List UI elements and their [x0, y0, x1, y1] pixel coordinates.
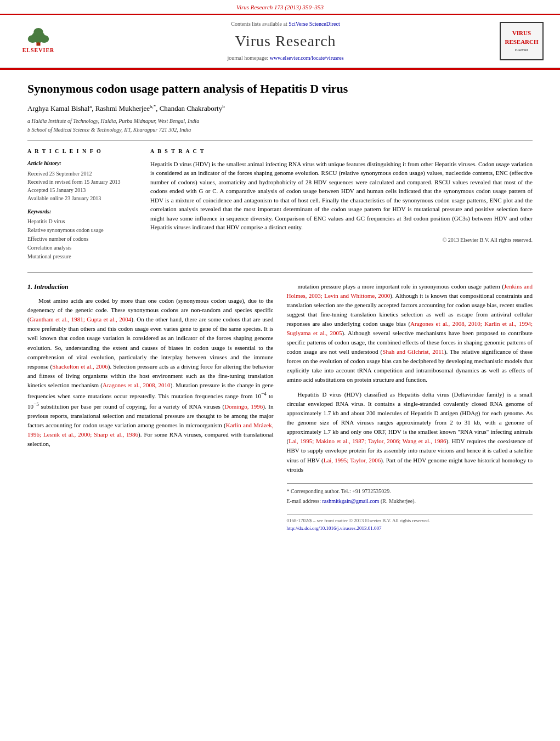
intro-para-2: mutation pressure plays a more important… — [287, 282, 533, 385]
body-col-right: mutation pressure plays a more important… — [287, 282, 533, 533]
affil-b: b School of Medical Science & Technology… — [27, 126, 533, 134]
received1: Received 23 September 2012 — [27, 169, 137, 178]
author2-name: , Rashmi Mukherjee — [92, 105, 150, 113]
elsevier-logo: ELSEVIER — [16, 27, 60, 55]
received2: Received in revised form 15 January 2013 — [27, 178, 137, 186]
svg-point-4 — [33, 28, 43, 37]
intro-para-1: Most amino acids are coded by more than … — [27, 296, 274, 449]
footnote-email: E-mail address: rashmitkgain@gmail.com (… — [287, 497, 533, 506]
article-title: Synonymous codon usage pattern analysis … — [27, 81, 533, 97]
ref-jenkins[interactable]: Jenkins and Holmes, 2003; Levin and Whit… — [287, 283, 533, 299]
journal-homepage: journal homepage: www.elsevier.com/locat… — [71, 54, 500, 62]
available-online: Available online 23 January 2013 — [27, 194, 137, 202]
sciverse-link[interactable]: SciVerse ScienceDirect — [289, 21, 340, 27]
body-col-left: 1. Introduction Most amino acids are cod… — [27, 282, 274, 533]
email-link[interactable]: rashmitkgain@gmail.com — [322, 498, 379, 504]
abstract-text: Hepatitis D virus (HDV) is the smallest … — [150, 160, 533, 232]
copyright-line: © 2013 Elsevier B.V. All rights reserved… — [150, 236, 533, 244]
author1-name: Arghya Kamal Bishal — [27, 105, 89, 113]
keywords-group: Keywords: Hepatitis D virus Relative syn… — [27, 208, 137, 261]
issn-line: 0168-1702/$ – see front matter © 2013 El… — [287, 517, 533, 525]
keywords-label: Keywords: — [27, 208, 137, 216]
keywords-list: Hepatitis D virus Relative synonymous co… — [27, 218, 137, 261]
author3-name: , Chandan Chakraborty — [156, 105, 222, 113]
info-abstract-section: A R T I C L E I N F O Article history: R… — [27, 148, 533, 266]
keyword-2: Relative synonymous codon usage — [27, 227, 137, 234]
authors-line: Arghya Kamal Bishala, Rashmi Mukherjeeb,… — [27, 103, 533, 114]
keyword-3: Effective number of codons — [27, 235, 137, 243]
keyword-1: Hepatitis D virus — [27, 218, 137, 225]
abstract-col: A B S T R A C T Hepatitis D virus (HDV) … — [150, 148, 533, 266]
banner-center: Contents lists available at SciVerse Sci… — [71, 20, 500, 61]
ref-aragones2[interactable]: Aragones et al., 2008, 2010; Karlin et a… — [287, 320, 533, 336]
bottom-bar: 0168-1702/$ – see front matter © 2013 El… — [287, 514, 533, 533]
author2-sup: b,* — [150, 104, 156, 109]
svg-rect-5 — [37, 42, 39, 46]
virus-research-logo-box: VIRUS RESEARCH Elsevier — [500, 22, 544, 60]
keyword-5: Mutational pressure — [27, 253, 137, 261]
ref-lai2[interactable]: Lai, 1995; Taylor, 2006 — [324, 457, 381, 463]
body-separator — [27, 273, 533, 273]
doi-link[interactable]: http://dx.doi.org/10.1016/j.virusres.201… — [287, 525, 382, 531]
homepage-link[interactable]: www.elsevier.com/locate/virusres — [270, 55, 344, 61]
history-label: Article history: — [27, 160, 137, 167]
intro-para-3: Hepatitis D virus (HDV) classified as He… — [287, 390, 533, 474]
abstract-label: A B S T R A C T — [150, 148, 533, 155]
svg-point-3 — [39, 35, 49, 43]
article-content: Synonymous codon usage pattern analysis … — [0, 70, 560, 544]
ref-aragones1[interactable]: Aragones et al., 2008, 2010 — [103, 382, 171, 388]
svg-point-2 — [28, 35, 38, 43]
keyword-4: Correlation analysis — [27, 244, 137, 252]
ref-lai1[interactable]: Lai, 1995; Makino et al., 1987; Taylor, … — [289, 438, 446, 444]
history-group: Article history: Received 23 September 2… — [27, 160, 137, 202]
journal-name-top: Virus Research 173 (2013) 350–353 — [190, 3, 370, 12]
ref-shah[interactable]: Shah and Gilchrist, 2011 — [382, 348, 444, 355]
ref-karlin1[interactable]: Karlin and Mrázek, 1996; Lesnik et al., … — [27, 422, 274, 438]
ref-domingo[interactable]: Domingo, 1996 — [224, 403, 263, 410]
article-info-col: A R T I C L E I N F O Article history: R… — [27, 148, 137, 266]
sciverse-text: Contents lists available at SciVerse Sci… — [71, 20, 500, 28]
page-wrapper: Virus Research 173 (2013) 350–353 ELSEVI… — [0, 0, 560, 544]
section-heading: 1. Introduction — [27, 282, 274, 292]
journal-header: Virus Research 173 (2013) 350–353 — [0, 0, 560, 15]
doi-line: http://dx.doi.org/10.1016/j.virusres.201… — [287, 525, 533, 533]
journal-title-banner: Virus Research — [71, 30, 500, 52]
separator-1 — [27, 140, 533, 141]
ref-shackelton[interactable]: Shackelton et al., 2006 — [52, 363, 108, 370]
body-section: 1. Introduction Most amino acids are cod… — [27, 282, 533, 533]
footnote-corresponding: * Corresponding author. Tel.: +91 973253… — [287, 487, 533, 496]
top-banner: ELSEVIER Contents lists available at Sci… — [0, 15, 560, 67]
affil-a: a Haldia Institute of Technology, Haldia… — [27, 117, 533, 125]
article-info-label: A R T I C L E I N F O — [27, 148, 137, 155]
accepted: Accepted 15 January 2013 — [27, 186, 137, 194]
affiliations: a Haldia Institute of Technology, Haldia… — [27, 117, 533, 134]
elsevier-text: ELSEVIER — [22, 47, 55, 54]
footnote-section: * Corresponding author. Tel.: +91 973253… — [287, 483, 533, 506]
ref-grantham[interactable]: Grantham et al., 1981; Gupta et al., 200… — [30, 316, 132, 323]
author3-sup: b — [222, 104, 225, 109]
